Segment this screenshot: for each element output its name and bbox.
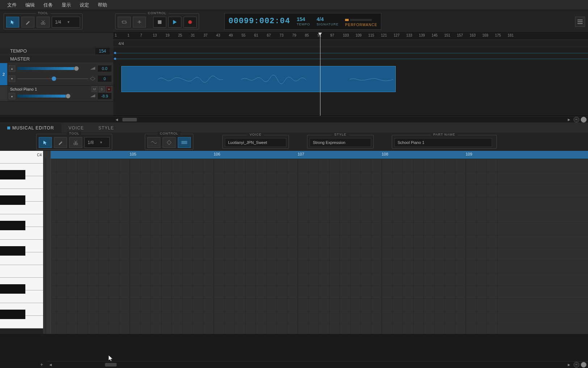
ruler-tick: 175 xyxy=(495,33,501,37)
zoom-fit-button[interactable] xyxy=(581,117,587,123)
track-row[interactable]: School Piano 1 M S ● ▲ -8.9 xyxy=(0,86,113,102)
white-key[interactable] xyxy=(0,151,43,164)
scroll-right-icon[interactable]: ▶ xyxy=(566,117,572,123)
note-grid[interactable] xyxy=(51,159,588,334)
tab-indicator-icon xyxy=(7,127,10,129)
ruler-tick: 151 xyxy=(444,33,450,37)
zoom-fit-button[interactable] xyxy=(581,362,587,368)
scroll-left-icon[interactable]: ◀ xyxy=(47,362,54,368)
voice-select[interactable]: Luotianyi_JPN_Sweet xyxy=(225,138,286,147)
counter-sig-label: SIGNATURE xyxy=(316,22,339,26)
track-row[interactable]: 2 ▲ 0.0 ▼ 0 xyxy=(0,63,113,86)
stop-button[interactable] xyxy=(153,17,166,28)
ed-pencil-tool[interactable] xyxy=(54,137,67,148)
ruler-tick: 31 xyxy=(191,33,195,37)
track-name[interactable]: School Piano 1 xyxy=(9,86,90,92)
arr-hscrollbar[interactable]: ◀ ▶ − xyxy=(0,116,588,123)
quantize-select[interactable]: 1/4 ▼ xyxy=(52,17,80,28)
cut-tool[interactable] xyxy=(37,17,50,28)
black-key[interactable] xyxy=(0,170,25,179)
black-key[interactable] xyxy=(0,246,25,256)
ed-cut-tool[interactable] xyxy=(69,137,82,148)
note-ruler[interactable]: 105106107108109 xyxy=(51,151,588,159)
pencil-tool[interactable] xyxy=(21,17,34,28)
add-lane-button[interactable]: + xyxy=(36,361,47,367)
rec-arm-button[interactable]: ● xyxy=(106,86,112,92)
bar-tick: 107 xyxy=(298,152,304,156)
scrollbar-thumb[interactable] xyxy=(122,118,137,121)
ed-control-group: CONTROL xyxy=(145,134,193,150)
timing-tool[interactable] xyxy=(163,137,176,148)
menu-help[interactable]: 帮助 xyxy=(94,0,111,10)
piano-keyboard[interactable]: C4 xyxy=(0,151,51,334)
up-button[interactable]: ▲ xyxy=(9,65,15,72)
tab-style[interactable]: STYLE xyxy=(91,123,121,133)
counter-tempo[interactable]: 154 xyxy=(297,16,310,22)
tempo-row-label: TEMPO xyxy=(10,48,27,54)
track-number[interactable]: 2 xyxy=(0,63,7,85)
master-row[interactable]: MASTER xyxy=(0,55,113,63)
scrollbar-thumb[interactable] xyxy=(105,363,117,367)
counter-sig[interactable]: 4/4 xyxy=(316,16,339,22)
volume-value[interactable]: -8.9 xyxy=(97,92,112,100)
pitch-tool[interactable] xyxy=(147,137,160,148)
pan-slider[interactable] xyxy=(17,76,88,81)
ruler-tick: 163 xyxy=(470,33,476,37)
style-select[interactable]: Strong Expression xyxy=(310,138,371,147)
piano-roll: C4 105106107108109 xyxy=(0,151,588,334)
ed-quantize-select[interactable]: 1/8 ▼ xyxy=(84,137,110,148)
ruler-tick: 133 xyxy=(406,33,412,37)
white-key[interactable] xyxy=(0,265,43,278)
menu-icon[interactable] xyxy=(575,17,585,27)
autoscroll-button[interactable] xyxy=(133,17,146,28)
ruler-tick: 61 xyxy=(254,33,258,37)
solo-button[interactable]: S xyxy=(99,86,105,92)
part-name-field[interactable]: School Piano 1 xyxy=(394,138,492,147)
record-button[interactable] xyxy=(184,17,197,28)
time-sig-marker[interactable]: 4/4 xyxy=(118,41,124,46)
mute-button[interactable]: M xyxy=(92,86,97,92)
ed-hscrollbar[interactable]: ◀ ▶ − xyxy=(47,361,588,368)
arrangement-lanes[interactable]: 1171319253137434955616773798591971031091… xyxy=(113,33,588,116)
scroll-left-icon[interactable]: ◀ xyxy=(113,117,120,123)
volume-fader[interactable] xyxy=(17,94,88,99)
up-button[interactable]: ▲ xyxy=(9,93,15,99)
down-button[interactable]: ▼ xyxy=(9,75,15,82)
track-number[interactable] xyxy=(0,86,7,101)
volume-value[interactable]: 0.0 xyxy=(97,65,112,72)
black-key[interactable] xyxy=(0,310,25,319)
ed-tool-label: TOOL xyxy=(67,132,81,135)
black-key[interactable] xyxy=(0,195,25,205)
black-key[interactable] xyxy=(0,221,25,230)
pan-value[interactable]: 0 xyxy=(97,75,112,82)
tab-musical-editor[interactable]: MUSICAL EDITOR xyxy=(0,123,61,133)
play-button[interactable] xyxy=(168,17,181,28)
ruler-tick: 181 xyxy=(508,33,514,37)
voice-field: VOICE Luotianyi_JPN_Sweet xyxy=(222,135,289,149)
black-key[interactable] xyxy=(0,284,25,294)
volume-fader[interactable] xyxy=(17,66,88,71)
loop-button[interactable] xyxy=(118,17,131,28)
scroll-right-icon[interactable]: ▶ xyxy=(566,362,572,368)
editor-toolbar: TOOL 1/8 ▼ CONTROL VOICE Luotianyi_JPN_S… xyxy=(0,133,588,151)
time-sig-lane[interactable]: 4/4 xyxy=(113,40,588,47)
playhead[interactable] xyxy=(320,33,320,116)
menu-file[interactable]: 文件 xyxy=(4,0,20,10)
menu-task[interactable]: 任务 xyxy=(40,0,56,10)
menu-settings[interactable]: 设定 xyxy=(76,0,93,10)
zoom-out-button[interactable]: − xyxy=(574,362,579,368)
ruler-tick: 169 xyxy=(482,33,488,37)
audio-clip[interactable] xyxy=(121,66,396,92)
bar-ruler[interactable]: 1171319253137434955616773798591971031091… xyxy=(113,33,588,40)
tempo-row[interactable]: TEMPO 154 xyxy=(0,47,113,55)
pointer-tool[interactable] xyxy=(6,17,19,28)
editor-bottom-bar: + ◀ ▶ − xyxy=(0,361,588,368)
dynamics-tool[interactable] xyxy=(178,137,191,148)
ruler-tick: 49 xyxy=(229,33,233,37)
ruler-tick: 1 xyxy=(115,33,117,37)
menu-edit[interactable]: 编辑 xyxy=(22,0,38,10)
ed-pointer-tool[interactable] xyxy=(39,137,52,148)
zoom-out-button[interactable]: − xyxy=(574,117,579,123)
tempo-row-value[interactable]: 154 xyxy=(95,48,110,54)
menu-view[interactable]: 显示 xyxy=(58,0,75,10)
